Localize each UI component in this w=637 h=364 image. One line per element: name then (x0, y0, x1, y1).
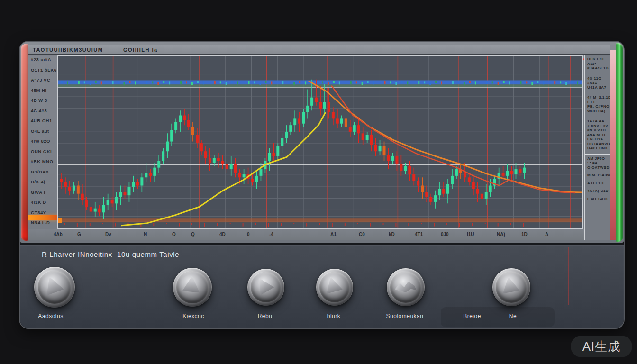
quote-block: 4O 11O#A81U41A 8A7 (587, 76, 609, 90)
candle (523, 168, 526, 173)
time-tick-label: 1D (521, 232, 528, 237)
candle (132, 182, 135, 187)
candle (268, 153, 271, 161)
candle (391, 156, 394, 161)
candle (366, 135, 369, 140)
time-tick-label: -4 (269, 232, 273, 237)
candle (468, 177, 471, 182)
candle (259, 169, 262, 176)
candle (328, 102, 330, 112)
quote-block: DLK E9TA11*# IAASE1B (587, 57, 609, 71)
time-tick-label: N (144, 232, 147, 237)
price-tick-label: GT34Y (31, 210, 46, 215)
knob-button-ne[interactable] (492, 268, 530, 306)
candle (272, 153, 275, 156)
chart-title: TAOTUUIIBIKM3UUIUM GOIIIILH Ia (33, 47, 158, 53)
time-tick-label: NA) (497, 232, 505, 237)
candle (183, 115, 186, 120)
price-tick-label: G3/DAn (31, 169, 49, 174)
quote-separator (585, 74, 610, 74)
knob-button-kiexcnc[interactable] (173, 268, 212, 307)
ai-watermark-badge: AI生成 (571, 336, 632, 357)
candlestick-plot[interactable] (57, 55, 583, 229)
candle (170, 130, 173, 141)
quote-block: AM JF0O' * =4O OATWSD (587, 156, 609, 170)
deck-title: R Lharver INnoeitinx -10u quemm Taivle (42, 250, 179, 258)
knob-label-ne: Ne (509, 313, 517, 319)
right-pink-stripe (610, 50, 616, 240)
candle (213, 158, 216, 163)
knob-label-aadsolus: Aadsolus (38, 313, 63, 319)
time-tick-label: G (77, 232, 81, 237)
knob-button-suolomeukan[interactable] (387, 268, 425, 306)
candle (336, 118, 339, 123)
candle (251, 179, 254, 182)
candle (230, 164, 233, 169)
candle (310, 98, 313, 106)
candle (438, 189, 441, 195)
candle (217, 158, 220, 161)
price-tick-label: 4IW 82O (31, 138, 50, 144)
price-tick-label: 45M HI (31, 88, 47, 93)
quote-block: M M. P-A3W (587, 173, 609, 178)
candle (383, 146, 386, 155)
candle (362, 133, 364, 140)
candle (519, 169, 521, 173)
candle (340, 118, 343, 123)
candle (417, 181, 419, 185)
knob-button-blurk[interactable] (316, 269, 353, 306)
time-tick-label: Dv (105, 232, 111, 237)
quote-info-panel: DLK E9TA11*# IAASE1B4O 11O#A81U41A 8A74#… (584, 55, 610, 240)
quote-block: 4# M_3.1.1DL I IPE: C#PNOWUD CA) (587, 95, 609, 113)
candle (485, 192, 488, 199)
time-tick-label: 0 (247, 232, 250, 237)
candle (174, 122, 177, 130)
price-axis: #23 ui#AO1T1 bLK6A"7J VC45M HI4D W 34G 4… (28, 55, 57, 229)
knob-label-breioe: Breioe (463, 313, 481, 319)
candle (140, 177, 143, 185)
right-green-bar (616, 43, 623, 242)
candle (102, 205, 105, 212)
candle (357, 125, 360, 133)
time-tick-label: A (545, 232, 548, 237)
candle (119, 192, 122, 197)
plot-svg (58, 56, 582, 228)
candle (276, 146, 279, 156)
ai-watermark-text: AI生成 (582, 338, 621, 355)
knob-label-rebu: Rebu (258, 313, 273, 319)
candle (306, 106, 309, 112)
knob-button-aadsolus[interactable] (34, 267, 75, 308)
candle (81, 194, 84, 200)
knob-button-rebu[interactable] (247, 269, 284, 306)
candle (94, 209, 97, 212)
candle (90, 207, 92, 211)
candle (298, 118, 300, 123)
knob-label-blurk: blurk (327, 313, 341, 319)
price-tick-label: O4L aut (31, 128, 49, 134)
candle (191, 127, 194, 135)
candle (455, 169, 458, 176)
candle (124, 192, 127, 195)
candle (255, 176, 258, 182)
candle (323, 102, 326, 109)
candle (489, 186, 492, 192)
candle (510, 171, 513, 174)
candle (200, 143, 203, 151)
price-tick-label: 4D W 3 (31, 98, 47, 103)
candle (429, 197, 432, 202)
candle (472, 182, 475, 189)
deck-red-line (568, 247, 569, 305)
candle (293, 118, 296, 125)
candle (204, 151, 207, 158)
deck-label-backdrop (441, 307, 555, 327)
candle (353, 125, 356, 132)
candle (408, 166, 411, 174)
candle (145, 173, 147, 177)
candle (395, 156, 398, 164)
price-tick-label: 4I1K D (31, 200, 46, 205)
time-tick-label: Q (191, 232, 195, 237)
candle (136, 182, 139, 186)
candle (64, 182, 67, 187)
time-tick-label: A1 (330, 232, 337, 237)
price-tick-label: 4G 4#3 (31, 108, 47, 113)
